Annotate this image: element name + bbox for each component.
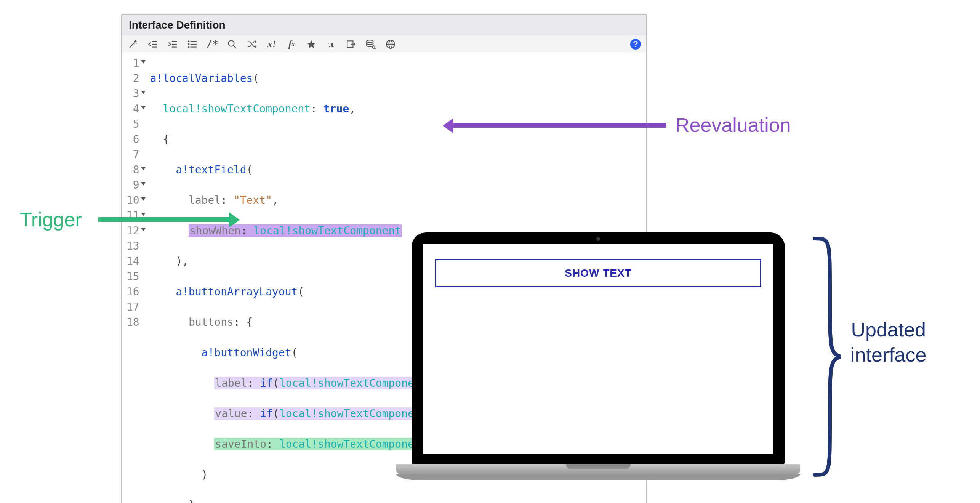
fx-icon[interactable]: fx [286, 38, 297, 50]
help-icon[interactable]: ? [630, 39, 641, 50]
globe-icon[interactable] [385, 38, 396, 50]
svg-marker-14 [307, 40, 315, 48]
reevaluation-label: Reevaluation [675, 114, 791, 136]
laptop-screen: SHOW TEXT [423, 244, 773, 454]
svg-line-13 [233, 45, 236, 48]
code-line-3: { [150, 132, 642, 147]
code-line-2: local!showTextComponent: true, [150, 101, 642, 117]
camera-icon [596, 237, 600, 241]
brace-icon [811, 235, 841, 479]
code-line-1: a!localVariables( [150, 71, 642, 86]
search-icon[interactable] [226, 38, 238, 50]
trigger-arrow [98, 217, 230, 222]
export-icon[interactable] [345, 38, 357, 50]
svg-point-10 [188, 44, 189, 45]
xi-icon[interactable]: x! [266, 38, 277, 50]
laptop-mockup: SHOW TEXT [396, 232, 800, 474]
comment-icon[interactable]: /* [207, 38, 218, 50]
laptop-frame: SHOW TEXT [412, 232, 785, 465]
magic-wand-icon[interactable] [127, 38, 139, 50]
svg-point-9 [188, 41, 189, 42]
laptop-base [396, 464, 800, 474]
star-icon[interactable] [306, 38, 317, 50]
reevaluation-arrow [453, 123, 666, 128]
code-line-15: } [150, 498, 642, 503]
shuffle-icon[interactable] [246, 38, 258, 50]
editor-toolbar: /* x! fx π ? [122, 35, 646, 53]
svg-point-16 [367, 40, 373, 43]
database-icon[interactable] [365, 38, 376, 50]
list-icon[interactable] [187, 38, 198, 50]
svg-point-11 [188, 47, 189, 48]
show-text-button[interactable]: SHOW TEXT [435, 259, 761, 287]
code-line-4: a!textField( [150, 162, 642, 178]
svg-line-18 [375, 48, 376, 49]
pi-icon[interactable]: π [325, 38, 337, 50]
code-line-5: label: "Text", [150, 193, 642, 208]
panel-title: Interface Definition [122, 15, 646, 35]
outdent-icon[interactable] [147, 38, 159, 50]
svg-point-12 [228, 40, 234, 46]
indent-icon[interactable] [167, 38, 178, 50]
updated-interface-label: Updated interface [850, 317, 926, 367]
trigger-label: Trigger [20, 208, 82, 231]
line-gutter: 1 2 3 4 5 6 7 8 9 10 11 12 13 14 15 16 1… [122, 53, 146, 503]
